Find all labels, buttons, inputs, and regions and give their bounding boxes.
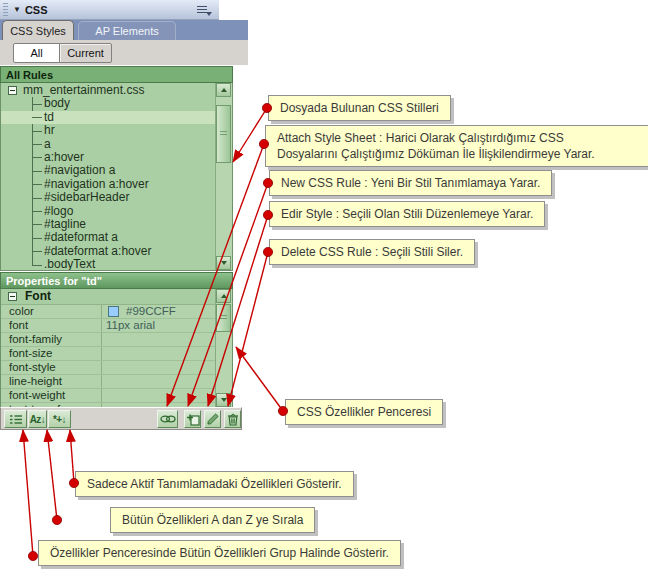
- all-rules-header: All Rules: [0, 66, 233, 83]
- screenshot: ▼ CSS CSS Styles AP Elements All Current…: [0, 0, 648, 573]
- css-panel-toolbar: Az↓ *+↓: [0, 407, 242, 430]
- callout-delete-css-rule: Delete CSS Rule : Seçili Stili Siler.: [269, 239, 475, 265]
- chain-link-icon: [160, 414, 176, 424]
- property-row[interactable]: font-size: [1, 347, 232, 361]
- css-rule-item[interactable]: #tagline: [1, 218, 216, 231]
- panel-title: CSS: [25, 4, 48, 16]
- scroll-up-icon[interactable]: [216, 83, 231, 97]
- callout-edit-style: Edir Style : Seçili Olan Stili Düzenleme…: [269, 201, 545, 227]
- callout-attach-style-sheet: Attach Style Sheet : Harici Olarak Çalış…: [265, 125, 648, 167]
- property-row[interactable]: line-height: [1, 375, 232, 389]
- show-only-set-properties-button[interactable]: *+↓: [48, 410, 71, 428]
- property-value-cell[interactable]: 11px arial: [101, 319, 232, 332]
- scroll-down-icon[interactable]: [216, 393, 231, 407]
- sort-az-icon: Az↓: [30, 414, 46, 425]
- callout-css-styles-in-file: Dosyada Bulunan CSS Stilleri: [268, 95, 451, 121]
- property-value-cell[interactable]: [101, 389, 232, 402]
- show-category-view-button[interactable]: [4, 410, 27, 428]
- property-value-cell[interactable]: [101, 347, 232, 360]
- property-value-cell[interactable]: [101, 361, 232, 374]
- properties-header: Properties for "td": [0, 272, 233, 289]
- pencil-icon: [206, 413, 220, 426]
- new-css-rule-button[interactable]: [184, 410, 201, 428]
- css-rules-list: mm_entertainment.css body td hr a a:hove…: [0, 83, 233, 271]
- property-name-cell[interactable]: font-style: [1, 361, 101, 374]
- collapse-caret-icon[interactable]: ▼: [13, 6, 21, 14]
- css-rule-item[interactable]: hr: [1, 124, 216, 137]
- css-rule-item[interactable]: body: [1, 97, 216, 110]
- tab-ap-elements[interactable]: AP Elements: [78, 21, 176, 40]
- css-rule-item[interactable]: #dateformat a:hover: [1, 245, 216, 258]
- css-rule-item[interactable]: #sidebarHeader: [1, 191, 216, 204]
- collapse-minus-icon[interactable]: [8, 86, 17, 95]
- callout-css-properties-window: CSS Özellikler Penceresi: [285, 399, 443, 425]
- scrollbar-thumb[interactable]: [216, 304, 231, 332]
- font-group-row[interactable]: Font: [1, 289, 232, 305]
- category-view-icon: [9, 414, 23, 425]
- callout-group-properties: Özellikler Penceresinde Bütün Özellikler…: [38, 540, 401, 566]
- stylesheet-root-item[interactable]: mm_entertainment.css: [1, 84, 216, 97]
- scrollbar-thumb[interactable]: [216, 105, 231, 163]
- trash-icon: [226, 413, 240, 426]
- attach-style-sheet-button[interactable]: [157, 410, 178, 428]
- mode-button-row: All Current: [0, 40, 248, 65]
- css-rule-item[interactable]: #navigation a: [1, 164, 216, 177]
- css-rule-item[interactable]: a: [1, 138, 216, 151]
- scroll-down-icon[interactable]: [216, 256, 231, 270]
- property-row[interactable]: font-family: [1, 333, 232, 347]
- property-name-cell[interactable]: font-family: [1, 333, 101, 346]
- property-name-cell[interactable]: line-height: [1, 375, 101, 388]
- css-rule-item[interactable]: #navigation a:hover: [1, 178, 216, 191]
- collapse-minus-icon[interactable]: [8, 292, 17, 301]
- tab-bar: CSS Styles AP Elements: [0, 20, 248, 40]
- panel-grip-icon[interactable]: [3, 3, 8, 16]
- panel-options-menu-icon[interactable]: [197, 4, 212, 16]
- edit-style-button[interactable]: [204, 410, 221, 428]
- property-row[interactable]: font 11px arial: [1, 319, 232, 333]
- property-name-cell[interactable]: font-weight: [1, 389, 101, 402]
- scroll-up-icon[interactable]: [216, 289, 231, 303]
- property-value-cell[interactable]: [101, 333, 232, 346]
- property-name-cell[interactable]: font-size: [1, 347, 101, 360]
- css-rule-item[interactable]: .bodyText: [1, 258, 216, 271]
- rules-scrollbar[interactable]: [215, 83, 232, 270]
- property-value-cell[interactable]: #99CCFF: [101, 305, 232, 318]
- callout-sort-a-to-z: Bütün Özellikleri A dan Z ye Sırala: [110, 507, 315, 533]
- css-rules-tree: mm_entertainment.css body td hr a a:hove…: [1, 84, 216, 270]
- callout-show-set-properties: Sadece Aktif Tanımlamadaki Özellikleri G…: [75, 471, 354, 497]
- css-rule-item[interactable]: #logo: [1, 205, 216, 218]
- property-value-cell[interactable]: [101, 375, 232, 388]
- properties-grid: Font color #99CCFF font 11px arial font-…: [0, 289, 233, 407]
- css-panel-header: ▼ CSS: [0, 0, 219, 20]
- tab-css-styles[interactable]: CSS Styles: [2, 20, 74, 40]
- property-row[interactable]: font-weight: [1, 389, 232, 403]
- all-button[interactable]: All: [13, 43, 60, 63]
- css-rule-item[interactable]: #dateformat a: [1, 231, 216, 244]
- callout-new-css-rule: New CSS Rule : Yeni Bir Stil Tanımlamaya…: [269, 170, 552, 196]
- property-name-cell[interactable]: font: [1, 319, 101, 332]
- property-name-cell[interactable]: color: [1, 305, 101, 318]
- delete-css-rule-button[interactable]: [224, 410, 241, 428]
- color-swatch[interactable]: [108, 306, 119, 317]
- current-button[interactable]: Current: [59, 43, 112, 63]
- css-rule-item-selected[interactable]: td: [1, 111, 216, 124]
- property-row[interactable]: color #99CCFF: [1, 305, 232, 319]
- new-document-plus-icon: [186, 413, 200, 426]
- set-properties-icon: *+↓: [53, 414, 66, 425]
- properties-scrollbar[interactable]: [215, 289, 232, 407]
- show-list-view-button[interactable]: Az↓: [28, 410, 47, 428]
- css-rule-item[interactable]: a:hover: [1, 151, 216, 164]
- property-row[interactable]: font-style: [1, 361, 232, 375]
